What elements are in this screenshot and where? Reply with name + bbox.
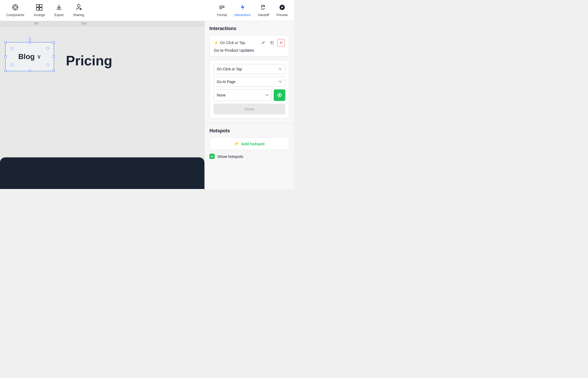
toolbar-left: Components Arrange Export xyxy=(6,4,84,17)
interaction-card-header: ⚡ On Click or Tap xyxy=(214,39,285,46)
toolbar-item-preview[interactable]: Preview xyxy=(276,4,288,17)
duplicate-interaction-button[interactable] xyxy=(268,39,276,46)
checkmark-icon xyxy=(210,155,214,158)
toolbar-item-export[interactable]: Export xyxy=(55,4,64,17)
handle-corner-tl[interactable] xyxy=(4,41,7,43)
close-icon xyxy=(280,41,283,44)
lightning-icon: ⚡ xyxy=(214,41,218,45)
interaction-trigger: ⚡ On Click or Tap xyxy=(214,41,245,45)
toolbar-item-handoff[interactable]: Handoff xyxy=(258,4,269,17)
handle-mid-top[interactable] xyxy=(29,41,31,43)
interaction-form: On Click or Tap Go to Page None xyxy=(209,60,289,118)
handle-corner-tr[interactable] xyxy=(53,41,55,43)
footer-shape xyxy=(0,157,204,189)
pricing-text: Pricing xyxy=(66,53,112,69)
svg-point-15 xyxy=(279,94,280,96)
export-icon xyxy=(56,4,62,12)
handle-mid-left[interactable] xyxy=(4,56,7,58)
add-hotspot-button[interactable]: ⚡ Add hotspot xyxy=(209,137,289,150)
toolbar-item-components[interactable]: Components xyxy=(6,4,24,17)
svg-rect-3 xyxy=(36,8,39,10)
handle-mid-right[interactable] xyxy=(53,56,55,58)
selected-element-blog[interactable]: Blog ∨ xyxy=(5,42,54,71)
arrange-label: Arrange xyxy=(34,13,45,17)
action-select[interactable]: Go to Page xyxy=(213,77,285,87)
target-select[interactable]: None xyxy=(213,89,272,101)
show-hotspots-label: Show hotspots xyxy=(217,154,243,159)
toolbar-item-sharing[interactable]: Sharing xyxy=(73,4,84,17)
interaction-card: ⚡ On Click or Tap xyxy=(209,35,289,56)
canvas-area[interactable]: 900 1000 xyxy=(0,21,204,189)
card-actions xyxy=(259,39,285,46)
toolbar-item-arrange[interactable]: Arrange xyxy=(34,4,45,17)
trigger-select[interactable]: On Click or Tap xyxy=(213,64,285,74)
sharing-label: Sharing xyxy=(73,13,84,17)
blog-chevron: ∨ xyxy=(37,53,41,60)
ruler: 900 1000 xyxy=(0,21,204,26)
format-icon xyxy=(218,4,225,12)
form-target-row: None xyxy=(213,89,285,101)
hotspots-title: Hotspots xyxy=(209,128,289,134)
ruler-mark-1000: 1000 xyxy=(81,22,87,25)
show-hotspots-row[interactable]: Show hotspots xyxy=(209,154,289,159)
handoff-label: Handoff xyxy=(258,13,269,17)
rotation-handle[interactable] xyxy=(29,37,31,39)
done-button[interactable]: Done xyxy=(213,104,285,114)
ruler-mark-900: 900 xyxy=(34,22,39,25)
target-picker-button[interactable] xyxy=(274,89,285,101)
components-label: Components xyxy=(6,13,24,17)
toolbar: Components Arrange Export xyxy=(0,0,294,21)
handle-mid-bottom[interactable] xyxy=(29,70,31,72)
add-hotspot-lightning: ⚡ xyxy=(234,141,239,146)
svg-point-5 xyxy=(77,4,80,7)
edit-icon xyxy=(261,41,265,45)
hotspots-section: Hotspots ⚡ Add hotspot Show hotspots xyxy=(205,123,294,164)
svg-rect-4 xyxy=(40,8,42,10)
toolbar-item-format[interactable]: Format xyxy=(217,4,227,17)
interactions-icon xyxy=(239,4,246,12)
components-icon xyxy=(12,4,19,12)
interaction-action-label: Go to Product Updates xyxy=(214,48,285,52)
main-content: 900 1000 xyxy=(0,21,294,189)
toolbar-item-interactions[interactable]: Interactions xyxy=(234,4,251,17)
svg-rect-1 xyxy=(36,4,39,7)
svg-rect-13 xyxy=(271,42,273,44)
copy-icon xyxy=(270,41,274,45)
format-label: Format xyxy=(217,13,227,17)
edit-interaction-button[interactable] xyxy=(259,39,267,46)
svg-point-11 xyxy=(223,7,224,8)
canvas-content[interactable]: Blog ∨ Pricing xyxy=(0,26,204,189)
handle-corner-bl[interactable] xyxy=(4,70,7,72)
panel-interactions-section: Interactions ⚡ On Click or Tap xyxy=(205,21,294,123)
right-panel: Interactions ⚡ On Click or Tap xyxy=(204,21,294,189)
interaction-trigger-label: On Click or Tap xyxy=(220,41,245,45)
circle-handle-bl[interactable] xyxy=(10,64,13,66)
circle-handle-tl[interactable] xyxy=(10,47,13,50)
interactions-label: Interactions xyxy=(234,13,251,17)
blog-text: Blog xyxy=(18,52,35,61)
preview-label: Preview xyxy=(276,13,288,17)
preview-icon xyxy=(279,4,286,12)
delete-interaction-button[interactable] xyxy=(277,39,285,46)
handle-corner-br[interactable] xyxy=(53,70,55,72)
export-label: Export xyxy=(55,13,64,17)
svg-rect-2 xyxy=(40,4,42,7)
show-hotspots-checkbox[interactable] xyxy=(209,154,215,159)
arrange-icon xyxy=(36,4,43,12)
sharing-icon xyxy=(75,4,82,12)
circle-handle-br[interactable] xyxy=(46,64,49,66)
toolbar-right: Format Interactions Handof xyxy=(217,4,288,17)
crosshair-icon xyxy=(277,93,282,98)
circle-handle-tr[interactable] xyxy=(46,47,49,50)
add-hotspot-label: Add hotspot xyxy=(241,142,264,146)
handoff-icon xyxy=(260,4,267,12)
blog-element-text: Blog ∨ xyxy=(18,52,41,61)
panel-title: Interactions xyxy=(209,26,289,31)
